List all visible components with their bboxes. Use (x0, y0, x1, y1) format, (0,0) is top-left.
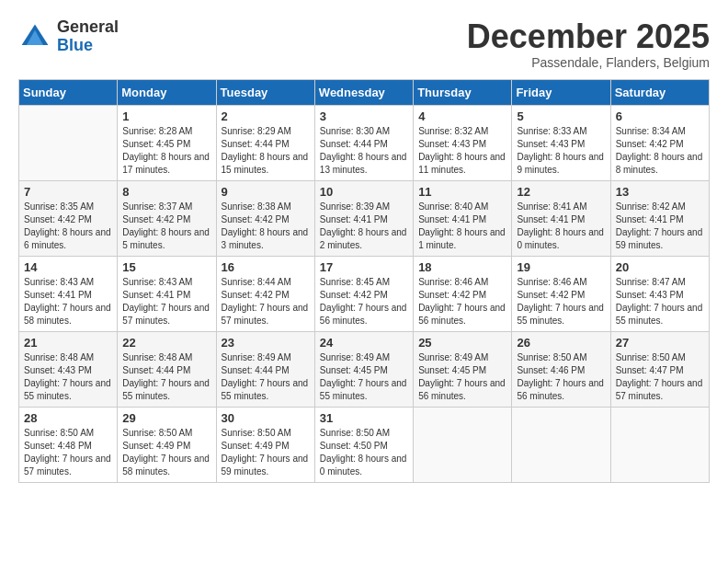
calendar-day-cell: 18Sunrise: 8:46 AMSunset: 4:42 PMDayligh… (414, 256, 512, 331)
calendar-day-cell: 16Sunrise: 8:44 AMSunset: 4:42 PMDayligh… (216, 256, 314, 331)
calendar-day-cell: 3Sunrise: 8:30 AMSunset: 4:44 PMDaylight… (314, 105, 413, 180)
day-number: 28 (24, 411, 112, 425)
header-monday: Monday (118, 79, 216, 105)
calendar-day-cell: 30Sunrise: 8:50 AMSunset: 4:49 PMDayligh… (216, 407, 314, 482)
calendar-day-cell: 21Sunrise: 8:48 AMSunset: 4:43 PMDayligh… (19, 331, 118, 407)
day-number: 1 (122, 109, 210, 123)
calendar-day-cell: 7Sunrise: 8:35 AMSunset: 4:42 PMDaylight… (19, 180, 118, 256)
calendar-week-row: 28Sunrise: 8:50 AMSunset: 4:48 PMDayligh… (19, 407, 710, 482)
day-info: Sunrise: 8:40 AMSunset: 4:41 PMDaylight:… (418, 201, 506, 252)
calendar-week-row: 21Sunrise: 8:48 AMSunset: 4:43 PMDayligh… (19, 331, 710, 407)
header-sunday: Sunday (19, 79, 118, 105)
day-number: 21 (24, 336, 112, 350)
calendar-week-row: 1Sunrise: 8:28 AMSunset: 4:45 PMDaylight… (19, 105, 710, 180)
day-info: Sunrise: 8:50 AMSunset: 4:48 PMDaylight:… (24, 427, 112, 478)
day-number: 15 (122, 260, 210, 274)
calendar-day-cell: 20Sunrise: 8:47 AMSunset: 4:43 PMDayligh… (610, 256, 709, 331)
calendar-day-cell: 22Sunrise: 8:48 AMSunset: 4:44 PMDayligh… (118, 331, 216, 407)
day-number: 2 (222, 109, 310, 123)
day-info: Sunrise: 8:35 AMSunset: 4:42 PMDaylight:… (24, 201, 112, 252)
calendar-day-cell: 29Sunrise: 8:50 AMSunset: 4:49 PMDayligh… (118, 407, 216, 482)
day-info: Sunrise: 8:50 AMSunset: 4:46 PMDaylight:… (517, 351, 605, 403)
day-info: Sunrise: 8:47 AMSunset: 4:43 PMDaylight:… (616, 276, 704, 327)
day-info: Sunrise: 8:48 AMSunset: 4:44 PMDaylight:… (122, 351, 210, 403)
calendar-week-row: 14Sunrise: 8:43 AMSunset: 4:41 PMDayligh… (19, 256, 710, 331)
calendar-day-cell: 13Sunrise: 8:42 AMSunset: 4:41 PMDayligh… (610, 180, 709, 256)
day-info: Sunrise: 8:30 AMSunset: 4:44 PMDaylight:… (320, 125, 408, 177)
logo-text: General Blue (57, 18, 119, 55)
day-info: Sunrise: 8:41 AMSunset: 4:41 PMDaylight:… (517, 201, 605, 252)
day-info: Sunrise: 8:32 AMSunset: 4:43 PMDaylight:… (418, 125, 506, 177)
day-number: 30 (222, 411, 310, 425)
day-number: 22 (122, 336, 210, 350)
day-number: 20 (616, 260, 704, 274)
calendar-day-cell: 6Sunrise: 8:34 AMSunset: 4:42 PMDaylight… (610, 105, 709, 180)
calendar-day-cell: 4Sunrise: 8:32 AMSunset: 4:43 PMDaylight… (414, 105, 512, 180)
calendar-day-cell: 11Sunrise: 8:40 AMSunset: 4:41 PMDayligh… (414, 180, 512, 256)
calendar-day-cell: 28Sunrise: 8:50 AMSunset: 4:48 PMDayligh… (19, 407, 118, 482)
calendar-day-cell: 12Sunrise: 8:41 AMSunset: 4:41 PMDayligh… (512, 180, 610, 256)
calendar-day-cell: 8Sunrise: 8:37 AMSunset: 4:42 PMDaylight… (118, 180, 216, 256)
day-number: 6 (616, 109, 704, 123)
calendar-day-cell: 27Sunrise: 8:50 AMSunset: 4:47 PMDayligh… (610, 331, 709, 407)
day-number: 18 (418, 260, 506, 274)
logo: General Blue (18, 18, 119, 55)
day-number: 13 (616, 185, 704, 199)
day-info: Sunrise: 8:49 AMSunset: 4:44 PMDaylight:… (222, 351, 310, 403)
calendar-day-cell: 24Sunrise: 8:49 AMSunset: 4:45 PMDayligh… (314, 331, 413, 407)
calendar-day-cell: 17Sunrise: 8:45 AMSunset: 4:42 PMDayligh… (314, 256, 413, 331)
day-info: Sunrise: 8:50 AMSunset: 4:49 PMDaylight:… (222, 427, 310, 478)
day-number: 25 (418, 336, 506, 350)
calendar-day-cell: 14Sunrise: 8:43 AMSunset: 4:41 PMDayligh… (19, 256, 118, 331)
day-info: Sunrise: 8:46 AMSunset: 4:42 PMDaylight:… (418, 276, 506, 327)
day-number: 11 (418, 185, 506, 199)
day-number: 7 (24, 185, 112, 199)
header-friday: Friday (512, 79, 610, 105)
day-number: 27 (616, 336, 704, 350)
day-number: 10 (320, 185, 408, 199)
calendar-header-row: SundayMondayTuesdayWednesdayThursdayFrid… (19, 79, 710, 105)
day-info: Sunrise: 8:43 AMSunset: 4:41 PMDaylight:… (122, 276, 210, 327)
logo-icon (18, 20, 51, 53)
day-info: Sunrise: 8:50 AMSunset: 4:50 PMDaylight:… (320, 427, 408, 478)
day-info: Sunrise: 8:48 AMSunset: 4:43 PMDaylight:… (24, 351, 112, 403)
day-number: 5 (517, 109, 605, 123)
day-info: Sunrise: 8:45 AMSunset: 4:42 PMDaylight:… (320, 276, 408, 327)
title-area: December 2025 Passendale, Flanders, Belg… (467, 18, 710, 70)
day-number: 9 (222, 185, 310, 199)
empty-cell (512, 407, 610, 482)
header-saturday: Saturday (610, 79, 709, 105)
page-header: General Blue December 2025 Passendale, F… (18, 18, 710, 70)
day-number: 26 (517, 336, 605, 350)
calendar-day-cell: 1Sunrise: 8:28 AMSunset: 4:45 PMDaylight… (118, 105, 216, 180)
day-info: Sunrise: 8:42 AMSunset: 4:41 PMDaylight:… (616, 201, 704, 252)
day-number: 19 (517, 260, 605, 274)
calendar-week-row: 7Sunrise: 8:35 AMSunset: 4:42 PMDaylight… (19, 180, 710, 256)
day-info: Sunrise: 8:37 AMSunset: 4:42 PMDaylight:… (122, 201, 210, 252)
calendar-day-cell: 2Sunrise: 8:29 AMSunset: 4:44 PMDaylight… (216, 105, 314, 180)
calendar-day-cell: 25Sunrise: 8:49 AMSunset: 4:45 PMDayligh… (414, 331, 512, 407)
calendar-table: SundayMondayTuesdayWednesdayThursdayFrid… (18, 79, 710, 483)
calendar-day-cell: 19Sunrise: 8:46 AMSunset: 4:42 PMDayligh… (512, 256, 610, 331)
calendar-day-cell: 5Sunrise: 8:33 AMSunset: 4:43 PMDaylight… (512, 105, 610, 180)
empty-cell (19, 105, 118, 180)
day-info: Sunrise: 8:38 AMSunset: 4:42 PMDaylight:… (222, 201, 310, 252)
empty-cell (414, 407, 512, 482)
calendar-day-cell: 9Sunrise: 8:38 AMSunset: 4:42 PMDaylight… (216, 180, 314, 256)
day-number: 3 (320, 109, 408, 123)
day-info: Sunrise: 8:49 AMSunset: 4:45 PMDaylight:… (320, 351, 408, 403)
location-subtitle: Passendale, Flanders, Belgium (467, 55, 710, 70)
empty-cell (610, 407, 709, 482)
day-info: Sunrise: 8:50 AMSunset: 4:49 PMDaylight:… (122, 427, 210, 478)
header-wednesday: Wednesday (314, 79, 413, 105)
calendar-day-cell: 26Sunrise: 8:50 AMSunset: 4:46 PMDayligh… (512, 331, 610, 407)
day-info: Sunrise: 8:28 AMSunset: 4:45 PMDaylight:… (122, 125, 210, 177)
logo-blue: Blue (57, 37, 119, 55)
day-number: 24 (320, 336, 408, 350)
logo-general: General (57, 18, 119, 37)
day-info: Sunrise: 8:44 AMSunset: 4:42 PMDaylight:… (222, 276, 310, 327)
calendar-day-cell: 23Sunrise: 8:49 AMSunset: 4:44 PMDayligh… (216, 331, 314, 407)
day-number: 16 (222, 260, 310, 274)
day-info: Sunrise: 8:39 AMSunset: 4:41 PMDaylight:… (320, 201, 408, 252)
calendar-day-cell: 31Sunrise: 8:50 AMSunset: 4:50 PMDayligh… (314, 407, 413, 482)
